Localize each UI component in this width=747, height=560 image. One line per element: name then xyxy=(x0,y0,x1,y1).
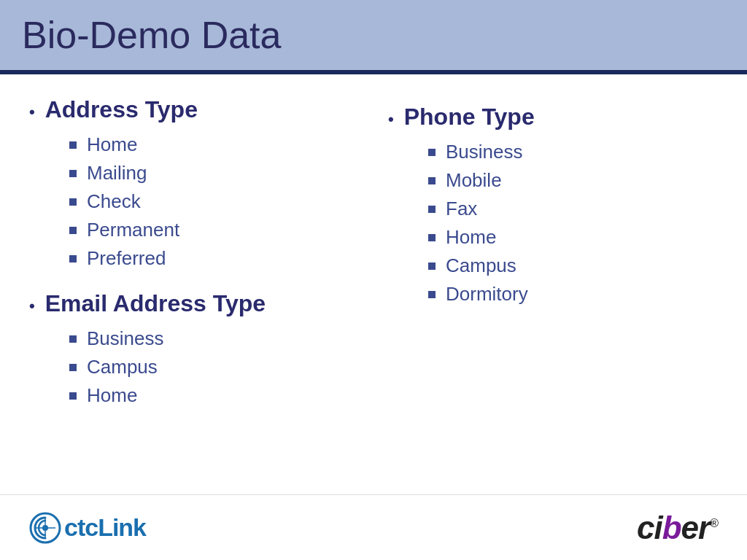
sub-bullet-icon xyxy=(69,170,77,177)
ciber-ci: ci xyxy=(637,510,662,545)
ctclink-logo: ctcLink xyxy=(29,512,146,544)
bullet-dot-phone: • xyxy=(388,112,394,128)
list-item: Home xyxy=(428,223,718,252)
header-banner: Bio-Demo Data xyxy=(0,0,747,74)
footer: ctcLink ciber® xyxy=(0,494,747,560)
main-content: • Address Type Home Mailing Check Perman… xyxy=(0,74,747,490)
phone-type-section: • Phone Type Business Mobile Fax Home Ca… xyxy=(388,104,718,308)
bullet-dot-email: • xyxy=(29,298,35,314)
phone-type-list: Business Mobile Fax Home Campus Dormitor… xyxy=(428,138,718,308)
sub-bullet-icon xyxy=(428,206,436,213)
sub-bullet-icon xyxy=(69,364,77,371)
list-item: Mailing xyxy=(69,159,359,187)
sub-bullet-icon xyxy=(428,149,436,156)
email-address-type-title: • Email Address Type xyxy=(29,290,359,317)
ciber-er: er xyxy=(681,510,711,545)
sub-bullet-icon xyxy=(69,198,77,206)
address-type-list: Home Mailing Check Permanent Preferred xyxy=(69,131,359,273)
list-item: Home xyxy=(69,381,359,410)
list-item: Preferred xyxy=(69,244,359,273)
sub-bullet-icon xyxy=(69,392,77,400)
list-item: Check xyxy=(69,187,359,216)
page-title: Bio-Demo Data xyxy=(22,13,725,57)
ciber-registered: ® xyxy=(710,517,718,529)
bullet-dot-address: • xyxy=(29,104,35,120)
list-item: Mobile xyxy=(428,166,718,195)
email-address-type-list: Business Campus Home xyxy=(69,324,359,410)
list-item: Campus xyxy=(69,353,359,381)
email-address-type-section: • Email Address Type Business Campus Hom… xyxy=(29,290,359,410)
ciber-logo: ciber® xyxy=(637,510,718,546)
list-item: Home xyxy=(69,131,359,159)
ctclink-label: ctcLink xyxy=(64,513,146,542)
ctclink-icon xyxy=(29,512,61,544)
list-item: Dormitory xyxy=(428,280,718,308)
sub-bullet-icon xyxy=(428,291,436,298)
address-type-title: • Address Type xyxy=(29,96,359,123)
list-item: Business xyxy=(69,324,359,353)
left-column: • Address Type Home Mailing Check Perman… xyxy=(29,96,374,475)
ciber-be: b xyxy=(662,510,681,545)
sub-bullet-icon xyxy=(69,335,77,343)
list-item: Business xyxy=(428,138,718,166)
sub-bullet-icon xyxy=(428,234,436,241)
address-type-section: • Address Type Home Mailing Check Perman… xyxy=(29,96,359,273)
sub-bullet-icon xyxy=(69,227,77,234)
sub-bullet-icon xyxy=(428,262,436,270)
right-column: • Phone Type Business Mobile Fax Home Ca… xyxy=(374,96,718,475)
sub-bullet-icon xyxy=(428,177,436,184)
sub-bullet-icon xyxy=(69,255,77,262)
list-item: Fax xyxy=(428,195,718,223)
phone-type-title: • Phone Type xyxy=(388,104,718,131)
sub-bullet-icon xyxy=(69,141,77,149)
list-item: Campus xyxy=(428,252,718,280)
list-item: Permanent xyxy=(69,216,359,244)
